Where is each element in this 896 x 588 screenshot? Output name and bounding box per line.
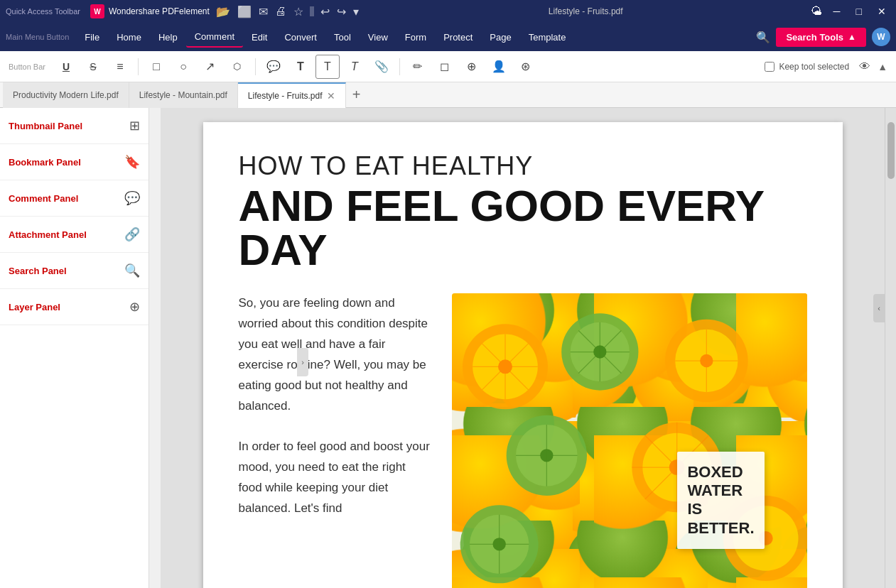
polygon-tool[interactable]: ⬡ (225, 55, 249, 79)
new-file-icon[interactable]: ⬜ (235, 4, 254, 20)
maximize-button[interactable]: □ (852, 4, 866, 18)
comment-panel-icon: 💬 (124, 190, 140, 206)
scroll-thumb[interactable] (887, 122, 895, 179)
menu-bar: Main Menu Button File Home Help Comment … (0, 23, 896, 51)
main-menu-label: Main Menu Button (6, 33, 69, 41)
layer-panel-item[interactable]: Layer Panel ⊕ (0, 289, 149, 325)
menu-page[interactable]: Page (481, 28, 519, 47)
menu-comment[interactable]: Comment (186, 27, 243, 48)
left-panel: Thumbnail Panel ⊞ Bookmark Panel 🔖 Comme… (0, 108, 149, 588)
menu-help[interactable]: Help (150, 28, 186, 47)
menu-protect[interactable]: Protect (435, 28, 481, 47)
attachment-tool[interactable]: 📎 (369, 55, 394, 79)
main-area: Thumbnail Panel ⊞ Bookmark Panel 🔖 Comme… (0, 108, 896, 588)
menu-convert[interactable]: Convert (276, 28, 325, 47)
mail-icon[interactable]: ✉ (257, 4, 270, 20)
typewriter-tool[interactable]: T (342, 55, 367, 79)
signature-tool[interactable]: 👤 (487, 55, 511, 79)
menu-file[interactable]: File (76, 28, 108, 47)
tab-productivity[interactable]: Productivity Modern Life.pdf (3, 82, 129, 108)
search-panel-item[interactable]: Search Panel 🔍 (0, 253, 149, 289)
redo-icon[interactable]: ↪ (335, 4, 348, 20)
tab-fruits[interactable]: Lifestyle - Fruits.pdf ✕ (238, 82, 346, 108)
dropdown-icon[interactable]: ▾ (351, 4, 361, 20)
close-tab-icon[interactable]: ✕ (327, 91, 335, 101)
quick-access-toolbar: 📂 ⬜ ✉ 🖨 ☆ ↩ ↪ ▾ (214, 4, 361, 20)
tab-productivity-label: Productivity Modern Life.pdf (13, 90, 119, 100)
menu-home[interactable]: Home (108, 28, 150, 47)
menu-view[interactable]: View (360, 28, 396, 47)
right-scrollbar[interactable] (885, 108, 896, 588)
stamp-tool[interactable]: ⊕ (460, 55, 484, 79)
collapse-up-icon[interactable]: ▲ (878, 61, 887, 72)
strikethrough-tool[interactable]: S (81, 55, 105, 79)
open-file-icon[interactable]: 📂 (214, 4, 232, 20)
separator-1 (138, 58, 139, 75)
tab-fruits-label: Lifestyle - Fruits.pdf (248, 91, 323, 101)
search-panel-icon: 🔍 (124, 263, 140, 278)
keep-tool-label: Keep tool selected (779, 62, 849, 72)
extra-tool[interactable]: ⊛ (514, 55, 538, 79)
search-panel-label: Search Panel (9, 266, 67, 276)
pdf-image-column: BOXEDWATERISBETTER. (452, 293, 807, 588)
sticky-note-tool[interactable]: 💬 (261, 55, 286, 79)
title-bar: Quick Access Toolbar W Wondershare PDFel… (0, 0, 896, 23)
keep-tool-group: Keep tool selected 👁 ▲ (765, 60, 887, 73)
comment-panel-item[interactable]: Comment Panel 💬 (0, 180, 149, 217)
eraser-tool[interactable]: ◻ (433, 55, 457, 79)
underline-tool[interactable]: U (54, 55, 78, 79)
text-tool[interactable]: T (288, 55, 313, 79)
bookmark-panel-item[interactable]: Bookmark Panel 🔖 (0, 144, 149, 180)
minimize-button[interactable]: ─ (829, 4, 845, 18)
sun-icon: 🌤 (811, 5, 822, 18)
menu-edit[interactable]: Edit (243, 28, 276, 47)
close-button[interactable]: ✕ (873, 4, 890, 18)
rectangle-tool[interactable]: □ (144, 55, 168, 79)
search-tools-chevron: ▲ (848, 32, 856, 42)
arrow-tool[interactable]: ↗ (198, 55, 222, 79)
search-tools-label: Search Tools (786, 32, 843, 43)
pdf-paragraph-2: In order to feel good and boost your moo… (239, 437, 431, 519)
add-tab-button[interactable]: + (346, 85, 367, 106)
keep-tool-checkbox[interactable] (765, 62, 774, 72)
tab-mountain-label: Lifestyle - Mountain.pdf (139, 90, 227, 100)
thumbnail-panel-item[interactable]: Thumbnail Panel ⊞ (0, 108, 149, 144)
quick-access-label: Quick Access Toolbar (6, 7, 80, 16)
comment-panel-label: Comment Panel (9, 193, 78, 204)
bar-label: Button Bar (9, 62, 45, 71)
boxed-water-text: BOXEDWATERISBETTER. (677, 452, 764, 550)
right-panel-collapse-arrow[interactable]: ‹ (873, 294, 885, 322)
thumbnail-panel-label: Thumbnail Panel (9, 121, 82, 131)
search-icon[interactable]: 🔍 (756, 31, 770, 44)
pdf-paragraph-1: So, you are feeling down and worried abo… (239, 293, 431, 416)
search-tools-button[interactable]: Search Tools ▲ (776, 28, 866, 47)
app-name: Wondershare PDFelement (109, 6, 210, 16)
separator-2 (255, 58, 256, 75)
pdf-text-column: So, you are feeling down and worried abo… (239, 293, 431, 588)
text-box-tool[interactable]: T (315, 55, 340, 79)
print-icon[interactable]: 🖨 (273, 4, 288, 19)
pencil-tool[interactable]: ✏ (406, 55, 430, 79)
pdf-content-row: So, you are feeling down and worried abo… (239, 293, 807, 588)
attachment-panel-item[interactable]: Attachment Panel 🔗 (0, 217, 149, 253)
tab-mountain[interactable]: Lifestyle - Mountain.pdf (129, 82, 238, 108)
star-icon[interactable]: ☆ (291, 4, 306, 20)
eye-icon[interactable]: 👁 (859, 60, 870, 73)
menu-template[interactable]: Template (520, 28, 575, 47)
separator-3 (399, 58, 400, 75)
highlight-tool[interactable]: ≡ (108, 55, 132, 79)
menu-tool[interactable]: Tool (325, 28, 360, 47)
layer-panel-label: Layer Panel (9, 302, 60, 312)
tab-bar: Productivity Modern Life.pdf Lifestyle -… (0, 82, 896, 108)
ellipse-tool[interactable]: ○ (171, 55, 195, 79)
user-avatar[interactable]: W (872, 28, 890, 46)
app-logo: W (90, 4, 104, 18)
undo-icon[interactable]: ↩ (318, 4, 332, 20)
pdf-title-small: HOW TO EAT HEALTHY (239, 151, 807, 181)
window-title: Lifestyle - Fruits.pdf (361, 6, 811, 16)
menu-form[interactable]: Form (396, 28, 435, 47)
window-controls: 🌤 ─ □ ✕ (811, 4, 890, 18)
attachment-panel-label: Attachment Panel (9, 229, 87, 240)
bookmark-panel-label: Bookmark Panel (9, 157, 81, 168)
left-panel-collapse-arrow[interactable]: › (297, 348, 308, 376)
